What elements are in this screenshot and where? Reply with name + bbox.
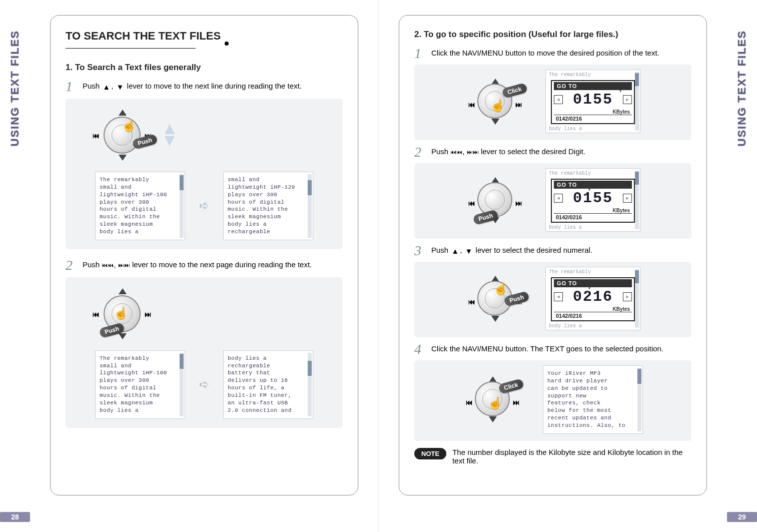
goto-screen: The remarkably GO TO ◄ ▾ 0155 ► KBytes (545, 168, 640, 232)
down-arrow-icon: ▼ (465, 247, 473, 255)
triangle-up-icon (119, 288, 127, 294)
goto-bg-text: The remarkably (546, 169, 640, 178)
right-step4-panel: ⏮ ⏭ ☝ Click Your iRiver MP3 hard drive p… (414, 360, 691, 441)
rewind-icon: ⏮ (93, 132, 100, 140)
goto-progress: 0142/0216 (554, 213, 632, 221)
step-number: 2 (414, 145, 426, 159)
rewind-icon: ⏮ (468, 199, 475, 207)
note-badge: NOTE (414, 448, 446, 459)
scroll-thumb (308, 180, 312, 195)
arrow-up-icon (165, 124, 175, 134)
step-number: 3 (414, 244, 426, 258)
main-heading: TO SEARCH THE TEXT FILES (66, 30, 229, 46)
vertical-arrows (165, 124, 175, 146)
goto-next-icon: ► (623, 194, 632, 203)
goto-digits-row: ◄ ▾ 0155 ► (554, 189, 632, 208)
right-side-tab: USING TEXT FILES (727, 0, 757, 532)
arrow-down-icon (165, 136, 175, 146)
goto-dialog: GO TO ◄ ▾ 0155 ► KBytes 0142/0216 (551, 80, 635, 124)
goto-screen: The remarkably GO TO ◄ ▾ 0216 ► KBytes (545, 267, 640, 330)
step-text-b: lever to select the desired Digit. (481, 147, 585, 156)
forward-icon: ⏭ (513, 398, 520, 406)
page-right: 2. To go to specific position (Useful fo… (379, 0, 727, 532)
text-screen-before: The remarkably small and lightweight iHP… (95, 172, 185, 240)
sub-heading-1: 1. To Search a Text files generally (66, 63, 343, 73)
hand-pointer-icon: ☝ (114, 306, 129, 320)
main-heading-text: TO SEARCH THE TEXT FILES (66, 30, 221, 42)
text-screen-after: body lies a rechargeable battery that de… (223, 350, 313, 419)
forward-icon: ⏭ (145, 310, 152, 318)
goto-next-icon: ► (623, 95, 632, 104)
step-number: 1 (66, 80, 78, 94)
step-number: 2 (66, 258, 78, 272)
step-text-a: Push (431, 246, 450, 254)
transition-arrow-icon: ➪ (194, 377, 214, 391)
rewind-icon: ⏮ (468, 101, 475, 109)
joystick-inner (485, 190, 505, 210)
prev-track-icon: ⏮⏮ (450, 149, 462, 156)
pages-container: TO SEARCH THE TEXT FILES 1. To Search a … (30, 0, 727, 532)
note-row: NOTE The number displayed is the Kilobyt… (414, 448, 691, 465)
joystick-diagram: ⏮ ⏭ ☝ Push (90, 108, 155, 163)
screen-text: The remarkably small and lightweight iHP… (100, 177, 167, 235)
up-arrow-icon: ▲ (451, 247, 459, 255)
joystick-diagram: ⏮ ⏭ ☝ Click (463, 374, 523, 424)
goto-digits-row: ◄ ▾ 0216 ► (554, 287, 632, 306)
action-badge: Click (498, 378, 524, 394)
goto-dialog: GO TO ◄ ▾ 0216 ► KBytes 0142/0216 (551, 277, 635, 321)
left-side-tab: USING TEXT FILES (0, 0, 30, 532)
heading-dot-icon (225, 42, 229, 46)
scroll-thumb (308, 361, 312, 376)
goto-next-icon: ► (623, 292, 632, 301)
goto-header: GO TO (554, 181, 632, 189)
goto-footer-text: body lies a (546, 224, 640, 231)
joystick-row: ⏮ ⏭ ☝ Push (76, 286, 333, 341)
hand-pointer-icon: ☝ (490, 99, 505, 113)
right-step3-panel: ⏮ ⏭ ☝ Push The remarkably GO TO ◄ (414, 262, 691, 337)
page-number-left: 28 (0, 512, 30, 522)
step-text: Push ⏮⏮, ⏭⏭ lever to move to the next pa… (83, 258, 312, 269)
note-text: The number displayed is the Kilobyte siz… (452, 448, 691, 465)
joystick-row: ⏮ ⏭ ☝ Push (76, 108, 333, 163)
left-step1-row: 1 Push ▲, ▼ lever to move to the next li… (66, 80, 343, 94)
goto-prev-icon: ◄ (554, 292, 563, 301)
digit-marker-icon: ▾ (619, 88, 622, 94)
text-screen-result: Your iRiver MP3 hard drive player can be… (543, 365, 643, 434)
goto-progress: 0142/0216 (554, 115, 632, 122)
next-track-icon: ⏭⏭ (467, 149, 479, 156)
transition-arrow-icon: ➪ (194, 199, 214, 213)
goto-header: GO TO (554, 279, 632, 287)
scroll-thumb (635, 270, 639, 283)
rewind-icon: ⏮ (466, 398, 473, 406)
triangle-up-icon (119, 110, 127, 116)
rewind-icon: ⏮ (93, 310, 100, 318)
joystick-diagram: ⏮ ⏭ ☝ Push (465, 274, 525, 324)
scroll-thumb (635, 73, 639, 86)
step-text-b: lever to select the desired numeral. (476, 246, 592, 254)
right-step2-panel: ⏮ ⏭ Push The remarkably GO TO ◄ ▾ (414, 163, 691, 239)
hand-pointer-icon: ☝ (493, 282, 508, 296)
left-step1-panel: ⏮ ⏭ ☝ Push The remarkab (66, 99, 343, 249)
action-badge: Click (501, 83, 527, 99)
scroll-thumb (180, 175, 184, 190)
side-tab-text-right: USING TEXT FILES (735, 30, 748, 146)
goto-progress: 0142/0216 (554, 312, 632, 319)
triangle-down-icon (491, 119, 499, 125)
goto-digits: 0155 (573, 190, 613, 207)
step-text-a: Push (83, 260, 102, 269)
step-number: 4 (414, 342, 426, 356)
triangle-down-icon (491, 316, 499, 322)
up-arrow-icon: ▲ (103, 83, 110, 91)
scroll-thumb (635, 172, 639, 185)
triangle-down-icon (119, 155, 127, 161)
goto-screen: The remarkably GO TO ◄ ▾ 0155 ► KBytes (545, 70, 640, 133)
rewind-icon: ⏮ (468, 298, 475, 306)
page-left: TO SEARCH THE TEXT FILES 1. To Search a … (30, 0, 379, 532)
content-frame-left: TO SEARCH THE TEXT FILES 1. To Search a … (50, 15, 358, 495)
screen-text: The remarkably small and lightweight iHP… (100, 355, 167, 413)
page-number-right: 29 (727, 512, 757, 522)
hand-pointer-icon: ☝ (488, 396, 503, 410)
joystick-diagram: ⏮ ⏭ Push (465, 175, 525, 225)
goto-footer-text: body lies a (546, 125, 640, 133)
forward-icon: ⏭ (515, 101, 522, 109)
